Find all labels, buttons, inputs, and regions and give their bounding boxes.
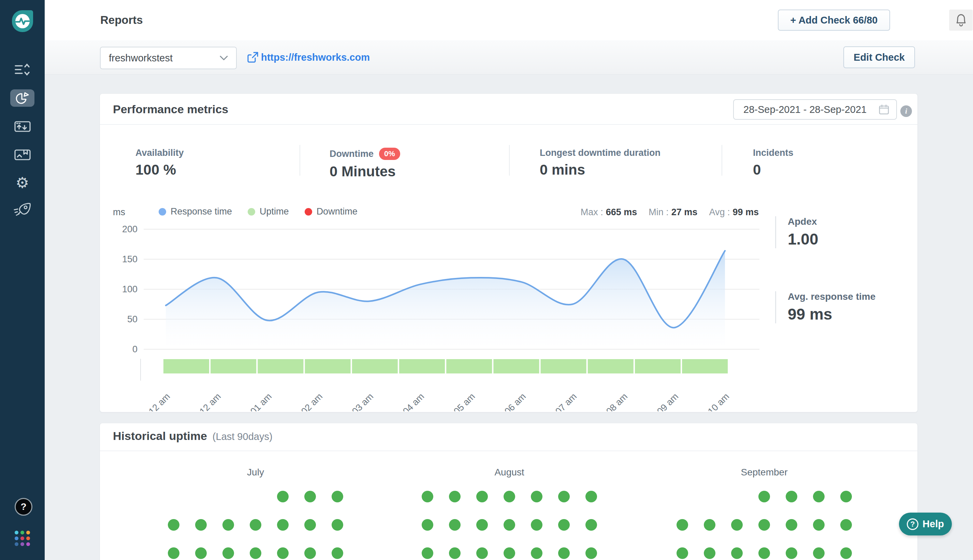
response-time-chart[interactable]: 05010015020012 am12 am01 am02 am03 am04 … <box>113 222 764 411</box>
edit-check-button[interactable]: Edit Check <box>843 47 915 68</box>
svg-text:01 am: 01 am <box>249 391 274 411</box>
uptime-dot-grid-july <box>168 491 359 559</box>
sidebar-help-button[interactable]: ? <box>15 498 32 516</box>
uptime-day-dot[interactable] <box>840 519 852 531</box>
uptime-day-dot[interactable] <box>504 547 515 559</box>
uptime-day-dot[interactable] <box>168 547 179 559</box>
svg-text:03 am: 03 am <box>350 391 375 411</box>
legend-response-time[interactable]: Response time <box>159 206 232 217</box>
stat-value: 0 <box>753 162 794 178</box>
uptime-day-dot[interactable] <box>586 491 597 502</box>
stat-downtime: Downtime 0% 0 Minutes <box>330 148 400 180</box>
uptime-day-dot[interactable] <box>704 519 716 531</box>
uptime-day-dot[interactable] <box>476 547 488 559</box>
uptime-day-dot[interactable] <box>586 519 597 531</box>
uptime-day-dot[interactable] <box>531 547 542 559</box>
uptime-day-dot[interactable] <box>222 519 234 531</box>
checks-list-icon <box>15 63 30 76</box>
uptime-day-dot[interactable] <box>277 491 289 502</box>
uptime-day-dot[interactable] <box>840 547 852 559</box>
uptime-day-dot[interactable] <box>813 519 824 531</box>
gear-icon: ⚙ <box>16 175 29 190</box>
uptime-day-dot[interactable] <box>813 547 824 559</box>
uptime-day-dot[interactable] <box>504 491 515 502</box>
uptime-day-dot[interactable] <box>586 547 597 559</box>
uptime-day-dot[interactable] <box>332 491 343 502</box>
uptime-day-dot[interactable] <box>531 519 542 531</box>
sidebar-item-upgrade[interactable] <box>0 200 45 218</box>
summary-max: Max :665 ms <box>581 207 637 218</box>
uptime-day-dot[interactable] <box>332 519 343 531</box>
uptime-day-dot[interactable] <box>304 547 316 559</box>
sidebar-item-status-pages[interactable] <box>0 119 45 134</box>
y-axis-unit: ms <box>113 207 125 218</box>
svg-text:08 am: 08 am <box>604 391 629 411</box>
svg-text:10 am: 10 am <box>706 391 731 411</box>
legend-dot-icon <box>159 208 166 215</box>
check-url-link[interactable]: https://freshworks.com <box>261 40 370 74</box>
uptime-day-dot[interactable] <box>786 491 797 502</box>
uptime-day-dot[interactable] <box>731 547 743 559</box>
sidebar-item-checks[interactable] <box>0 62 45 77</box>
date-range-picker[interactable]: 28-Sep-2021 - 28-Sep-2021 <box>733 99 897 120</box>
uptime-day-dot[interactable] <box>422 547 433 559</box>
legend-downtime[interactable]: Downtime <box>305 206 357 217</box>
uptime-day-dot[interactable] <box>531 491 542 502</box>
uptime-day-dot[interactable] <box>168 519 179 531</box>
uptime-day-dot[interactable] <box>449 519 461 531</box>
uptime-day-dot[interactable] <box>422 519 433 531</box>
uptime-day-dot[interactable] <box>195 519 207 531</box>
info-icon[interactable]: i <box>900 105 912 117</box>
uptime-day-dot[interactable] <box>786 547 797 559</box>
app-switcher-icon[interactable] <box>15 531 31 546</box>
uptime-day-dot[interactable] <box>840 491 852 502</box>
apdex-value: 1.00 <box>788 230 911 248</box>
freshping-logo[interactable] <box>12 10 33 32</box>
uptime-day-dot[interactable] <box>558 519 570 531</box>
help-button[interactable]: ? Help <box>899 513 952 535</box>
uptime-day-dot[interactable] <box>449 547 461 559</box>
uptime-day-dot[interactable] <box>476 519 488 531</box>
uptime-day-dot[interactable] <box>758 519 770 531</box>
uptime-day-dot[interactable] <box>704 547 716 559</box>
uptime-day-dot[interactable] <box>195 547 207 559</box>
svg-text:50: 50 <box>127 314 137 324</box>
uptime-day-dot[interactable] <box>277 547 289 559</box>
question-mark-icon: ? <box>20 501 26 512</box>
notifications-button[interactable] <box>949 10 973 31</box>
uptime-day-dot[interactable] <box>758 491 770 502</box>
check-select[interactable]: freshworkstest <box>100 47 237 69</box>
uptime-day-dot[interactable] <box>676 519 688 531</box>
svg-text:200: 200 <box>122 224 137 234</box>
uptime-day-dot[interactable] <box>758 547 770 559</box>
legend-uptime[interactable]: Uptime <box>248 206 289 217</box>
uptime-day-dot[interactable] <box>422 491 433 502</box>
uptime-day-dot[interactable] <box>250 519 261 531</box>
uptime-day-dot[interactable] <box>786 519 797 531</box>
performance-card-title: Performance metrics <box>113 103 228 116</box>
uptime-day-dot[interactable] <box>332 547 343 559</box>
uptime-day-dot[interactable] <box>676 547 688 559</box>
downtime-percent-badge: 0% <box>379 148 400 160</box>
add-check-button[interactable]: + Add Check 66/80 <box>778 10 890 31</box>
page-title: Reports <box>100 0 143 40</box>
uptime-day-dot[interactable] <box>813 491 824 502</box>
uptime-day-dot[interactable] <box>504 519 515 531</box>
uptime-day-dot[interactable] <box>449 491 461 502</box>
uptime-day-dot[interactable] <box>304 519 316 531</box>
sidebar-item-reports[interactable] <box>10 89 35 107</box>
uptime-day-dot[interactable] <box>277 519 289 531</box>
summary-min: Min :27 ms <box>649 207 698 218</box>
help-question-icon: ? <box>907 518 918 530</box>
uptime-day-dot[interactable] <box>558 491 570 502</box>
uptime-day-dot[interactable] <box>731 519 743 531</box>
uptime-day-dot[interactable] <box>250 547 261 559</box>
svg-text:09 am: 09 am <box>655 391 680 411</box>
stat-label: Availability <box>135 148 184 158</box>
uptime-day-dot[interactable] <box>476 491 488 502</box>
uptime-day-dot[interactable] <box>304 491 316 502</box>
sidebar-item-settings[interactable]: ⚙ <box>0 174 45 192</box>
sidebar-item-badges[interactable] <box>0 147 45 162</box>
uptime-day-dot[interactable] <box>222 547 234 559</box>
uptime-day-dot[interactable] <box>558 547 570 559</box>
